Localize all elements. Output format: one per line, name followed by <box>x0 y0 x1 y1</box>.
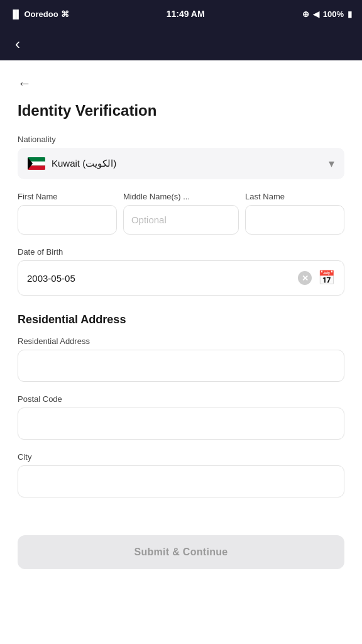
middle-name-col: Middle Name(s) ... <box>123 192 239 235</box>
nationality-value: Kuwait (الكويت) <box>52 158 329 169</box>
nationality-label: Nationality <box>18 135 344 144</box>
last-name-input[interactable] <box>245 205 344 235</box>
main-content: ← Identity Verification Nationality Kuwa… <box>0 60 362 609</box>
first-name-input[interactable] <box>18 205 117 235</box>
nav-back-button[interactable]: ‹ <box>10 33 25 55</box>
kuwait-flag-icon <box>28 157 45 170</box>
battery-info: ⊕ ◀ 100% ▮ <box>302 9 352 19</box>
wifi-icon: ⌘ <box>61 9 69 19</box>
name-fields-row: First Name Middle Name(s) ... Last Name <box>18 192 344 235</box>
address-section-title: Residential Address <box>18 313 344 326</box>
carrier-info: ▐▌ Ooredoo ⌘ <box>10 9 69 19</box>
back-arrow-button[interactable]: ← <box>18 75 31 92</box>
gps-icon: ◀ <box>313 9 319 19</box>
dob-input-wrapper: 2003-05-05 ✕ 📅 <box>18 260 344 296</box>
nationality-dropdown[interactable]: Kuwait (الكويت) ▾ <box>18 148 344 179</box>
residential-address-section: Residential Address Residential Address … <box>18 313 344 510</box>
battery-icon: ▮ <box>348 9 352 19</box>
address-input[interactable] <box>18 350 344 382</box>
dob-icons: ✕ 📅 <box>298 270 335 286</box>
dob-section: Date of Birth 2003-05-05 ✕ 📅 <box>18 247 344 296</box>
submit-button[interactable]: Submit & Continue <box>18 535 344 569</box>
status-bar: ▐▌ Ooredoo ⌘ 11:49 AM ⊕ ◀ 100% ▮ <box>0 0 362 28</box>
middle-name-label: Middle Name(s) ... <box>123 192 239 201</box>
clear-dob-button[interactable]: ✕ <box>298 271 312 285</box>
first-name-label: First Name <box>18 192 117 201</box>
chevron-down-icon: ▾ <box>329 157 334 170</box>
dob-label: Date of Birth <box>18 247 344 257</box>
last-name-col: Last Name <box>245 192 344 235</box>
location-icon: ⊕ <box>302 9 309 19</box>
dob-value: 2003-05-05 <box>27 273 298 284</box>
carrier-name: Ooredoo <box>24 9 58 19</box>
nationality-section: Nationality Kuwait (الكويت) ▾ <box>18 135 344 179</box>
address-label: Residential Address <box>18 336 344 346</box>
nav-bar: ‹ <box>0 28 362 60</box>
time-display: 11:49 AM <box>167 9 205 19</box>
city-label: City <box>18 452 344 462</box>
last-name-label: Last Name <box>245 192 344 201</box>
postal-label: Postal Code <box>18 394 344 404</box>
signal-icon: ▐▌ <box>10 9 21 19</box>
city-input[interactable] <box>18 465 344 497</box>
postal-code-input[interactable] <box>18 408 344 440</box>
battery-text: 100% <box>323 9 344 19</box>
page-title: Identity Verification <box>18 102 344 119</box>
calendar-icon[interactable]: 📅 <box>318 270 335 286</box>
first-name-col: First Name <box>18 192 117 235</box>
middle-name-input[interactable] <box>123 205 239 235</box>
